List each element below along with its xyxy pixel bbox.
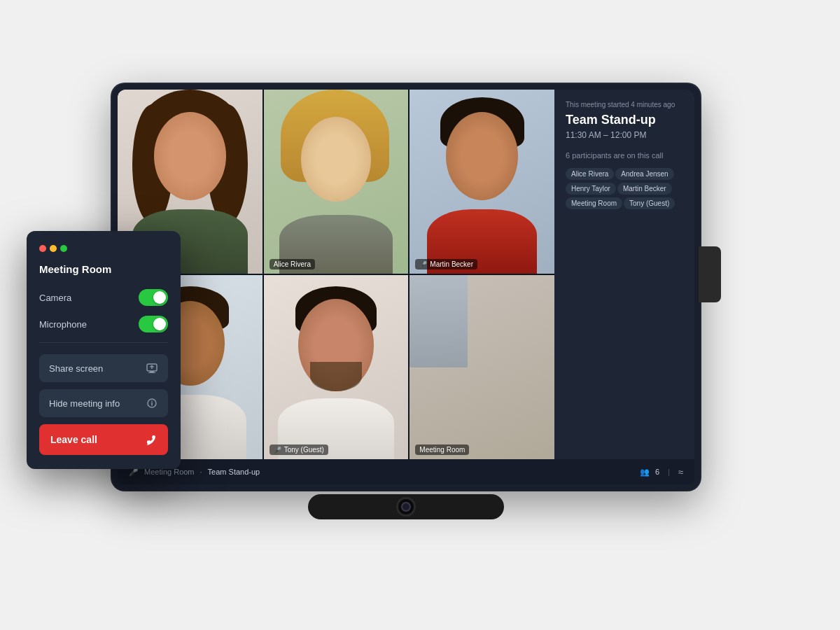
monitor-frame: Alice Rivera 🎤 <box>112 84 700 490</box>
camera-toggle-thumb <box>153 291 166 304</box>
microphone-toggle[interactable] <box>139 316 168 332</box>
share-screen-icon <box>146 362 158 374</box>
participants-label: 6 participants are on this call <box>566 151 683 160</box>
leave-phone-icon <box>140 430 160 449</box>
bottom-participants-count: 6 <box>655 468 659 476</box>
monitor-wrapper: Alice Rivera 🎤 <box>112 84 721 546</box>
participant-chip-4: Meeting Room <box>566 197 622 209</box>
tile-5-label: 🎤 Tony (Guest) <box>270 444 328 455</box>
svg-rect-2 <box>148 372 155 373</box>
panel-title: Meeting Room <box>39 263 168 275</box>
floating-panel: Meeting Room Camera Microphone Share scr… <box>27 231 181 469</box>
participant-chip-2: Henry Taylor <box>566 183 616 195</box>
leave-call-button[interactable]: Leave call <box>39 424 168 455</box>
bottom-bar: 🎤 Meeting Room · Team Stand-up 👥 6 | ≈ <box>118 459 694 484</box>
video-grid: Alice Rivera 🎤 <box>118 90 694 459</box>
panel-dots <box>39 245 168 252</box>
svg-point-5 <box>151 400 153 402</box>
panel-divider-1 <box>39 342 168 343</box>
bottom-meeting-name: Team Stand-up <box>208 468 260 476</box>
tile-3-mute-icon: 🎤 <box>419 261 427 268</box>
meeting-time: 11:30 AM – 12:00 PM <box>566 130 683 140</box>
tile-5-name-text: Tony (Guest) <box>284 446 324 454</box>
share-screen-button[interactable]: Share screen <box>39 354 168 382</box>
tile-6-label: Meeting Room <box>415 444 469 455</box>
bottom-participants-icon: 👥 <box>640 468 650 477</box>
video-tile-6: Meeting Room <box>410 275 554 459</box>
webcam-lens <box>396 497 416 517</box>
tile-5-beard <box>310 362 362 391</box>
participant-chip-3: Martin Becker <box>617 183 672 195</box>
microphone-label: Microphone <box>39 319 87 330</box>
participant-chip-0: Alice Rivera <box>566 168 614 180</box>
hide-meeting-label: Hide meeting info <box>49 398 120 409</box>
video-tile-3: 🎤 Martin Becker <box>410 90 554 274</box>
monitor-stand: Alice Rivera 🎤 <box>112 84 700 519</box>
video-tile-2: Alice Rivera <box>264 90 409 274</box>
bottom-waves-icon: ≈ <box>678 467 683 477</box>
tile-2-name-text: Alice Rivera <box>274 260 311 268</box>
svg-rect-1 <box>150 371 154 372</box>
dot-green[interactable] <box>60 245 67 252</box>
camera-toggle[interactable] <box>139 289 168 306</box>
dot-red[interactable] <box>39 245 46 252</box>
microphone-row: Microphone <box>39 316 168 332</box>
monitor-screen: Alice Rivera 🎤 <box>118 90 694 484</box>
webcam-lens-inner <box>401 502 411 512</box>
tile-2-label: Alice Rivera <box>270 259 315 270</box>
camera-label: Camera <box>39 293 71 303</box>
video-tile-5: 🎤 Tony (Guest) <box>264 275 409 459</box>
meeting-title: Team Stand-up <box>566 113 683 127</box>
tile-6-name-text: Meeting Room <box>419 446 465 454</box>
participant-chip-1: Andrea Jensen <box>615 168 673 180</box>
tile-3-label: 🎤 Martin Becker <box>415 259 477 270</box>
tile-5-mute-icon: 🎤 <box>274 447 281 454</box>
tile-2-face <box>301 117 370 202</box>
tile-3-name-text: Martin Becker <box>430 260 473 268</box>
hide-meeting-button[interactable]: Hide meeting info <box>39 389 168 417</box>
tile-6-window <box>410 275 468 368</box>
microphone-toggle-thumb <box>153 318 166 330</box>
bottom-right: 👥 6 | ≈ <box>640 467 683 477</box>
tile-3-face <box>446 112 518 200</box>
tile-1-face <box>154 112 226 200</box>
bottom-divider: | <box>668 468 670 476</box>
leave-call-label: Leave call <box>50 434 97 445</box>
meeting-start-text: This meeting started 4 minutes ago <box>566 101 683 108</box>
participant-chip-5: Tony (Guest) <box>624 197 675 209</box>
camera-row: Camera <box>39 289 168 306</box>
webcam-bar <box>308 494 504 519</box>
share-screen-label: Share screen <box>49 363 103 374</box>
monitor-arm <box>699 246 721 302</box>
hide-meeting-icon <box>146 397 158 410</box>
bottom-separator: · <box>200 468 202 476</box>
side-info-panel: This meeting started 4 minutes ago Team … <box>554 90 694 459</box>
video-tiles: Alice Rivera 🎤 <box>118 90 554 459</box>
dot-yellow[interactable] <box>50 245 57 252</box>
participants-list: Alice Rivera Andrea Jensen Henry Taylor … <box>566 167 683 211</box>
